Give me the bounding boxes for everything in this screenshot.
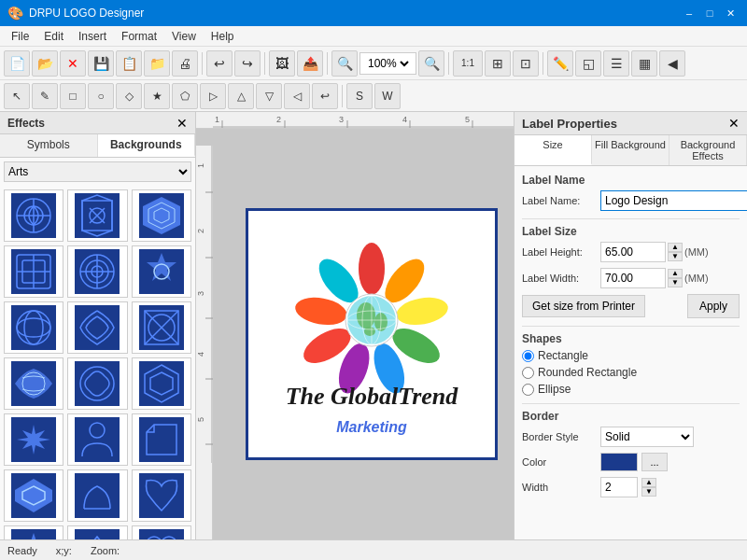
- tb-table[interactable]: ▦: [631, 50, 657, 77]
- tab-backgrounds[interactable]: Backgrounds: [98, 134, 196, 157]
- effect-item[interactable]: [67, 525, 127, 539]
- width-input[interactable]: [600, 268, 666, 288]
- tb-frame[interactable]: ◱: [575, 50, 601, 77]
- tab-background-effects[interactable]: Background Effects: [669, 135, 747, 165]
- tb-rect[interactable]: □: [60, 83, 86, 109]
- right-panel-close[interactable]: ✕: [728, 116, 740, 131]
- tb-zoom-in[interactable]: 🔍: [331, 50, 358, 77]
- tb-list[interactable]: ☰: [603, 50, 629, 77]
- shape-rounded-radio[interactable]: [522, 367, 534, 379]
- maximize-button[interactable]: □: [700, 5, 719, 21]
- border-title: Border: [522, 410, 740, 423]
- tb-export[interactable]: 📤: [297, 50, 323, 77]
- tb-back[interactable]: ◀: [659, 50, 685, 77]
- height-down[interactable]: ▼: [668, 252, 683, 261]
- menu-edit[interactable]: Edit: [36, 28, 71, 45]
- width-label: Label Width:: [522, 273, 597, 284]
- tb-folder[interactable]: 📁: [144, 50, 170, 77]
- tb-redo[interactable]: ↪: [234, 50, 261, 77]
- effect-item[interactable]: [67, 357, 127, 410]
- tb-tri-up[interactable]: △: [228, 83, 254, 109]
- tb-edit[interactable]: ✏️: [547, 50, 573, 77]
- label-size-title: Label Size: [522, 225, 740, 238]
- width-up[interactable]: ▲: [668, 269, 683, 278]
- tb-11[interactable]: 1:1: [453, 50, 483, 77]
- effect-item[interactable]: [4, 525, 63, 539]
- effect-item[interactable]: [132, 525, 191, 539]
- label-name-input[interactable]: [600, 190, 747, 211]
- shape-ellipse-radio[interactable]: [522, 384, 534, 396]
- border-color-swatch[interactable]: [600, 453, 638, 471]
- close-button[interactable]: ✕: [721, 5, 740, 21]
- tb-zoom-out[interactable]: 🔍: [418, 50, 444, 77]
- tab-size[interactable]: Size: [514, 135, 592, 165]
- tb-image[interactable]: 🖼: [269, 50, 295, 77]
- width-input-group: ▲ ▼ (MM): [600, 268, 709, 288]
- effect-item[interactable]: [132, 301, 191, 354]
- effects-close[interactable]: ✕: [176, 116, 188, 131]
- effect-item[interactable]: [132, 469, 191, 522]
- menu-format[interactable]: Format: [114, 28, 164, 45]
- tab-fill-background[interactable]: Fill Background: [592, 135, 669, 165]
- menu-file[interactable]: File: [4, 28, 36, 45]
- tb-symbol[interactable]: S: [346, 83, 373, 109]
- tb-new[interactable]: 📄: [4, 50, 30, 77]
- effect-item[interactable]: [132, 245, 191, 298]
- tb-draw[interactable]: ✎: [32, 83, 58, 109]
- menu-view[interactable]: View: [164, 28, 204, 45]
- tb-open[interactable]: 📂: [32, 50, 58, 77]
- effects-category-select[interactable]: Arts Nature Geometric Abstract: [4, 161, 191, 182]
- effect-item[interactable]: [67, 189, 127, 242]
- tb-copy[interactable]: 📋: [116, 50, 142, 77]
- tb-arrow-l[interactable]: ◁: [284, 83, 310, 109]
- height-up[interactable]: ▲: [668, 243, 683, 252]
- tab-symbols[interactable]: Symbols: [0, 134, 98, 157]
- border-width-down[interactable]: ▼: [641, 487, 656, 497]
- effect-item[interactable]: [4, 357, 63, 410]
- effect-item[interactable]: [132, 357, 191, 410]
- tb-curve[interactable]: ↩: [312, 83, 338, 109]
- effect-item[interactable]: [67, 301, 127, 354]
- zoom-select[interactable]: 100% 50% 150% 200%: [364, 56, 412, 71]
- menu-help[interactable]: Help: [204, 28, 242, 45]
- tb-undo[interactable]: ↩: [206, 50, 233, 77]
- tb-close[interactable]: ✕: [60, 50, 86, 77]
- tb-print[interactable]: 🖨: [172, 50, 198, 77]
- border-style-select[interactable]: Solid Dashed Dotted None: [600, 427, 694, 447]
- border-width-input[interactable]: [600, 477, 638, 497]
- effect-item[interactable]: [67, 469, 127, 522]
- effect-item[interactable]: [4, 413, 63, 466]
- right-panel-content: Label Name Label Name: Label Size Label …: [514, 166, 747, 539]
- tb-arrow-r[interactable]: ▷: [200, 83, 226, 109]
- tb-select[interactable]: ↖: [4, 83, 30, 109]
- svg-rect-35: [75, 361, 120, 406]
- tb-penta[interactable]: ⬠: [172, 83, 198, 109]
- apply-button[interactable]: Apply: [687, 294, 740, 318]
- tb-star[interactable]: ★: [144, 83, 170, 109]
- minimize-button[interactable]: –: [680, 5, 698, 21]
- effect-item[interactable]: [132, 413, 191, 466]
- tb-word[interactable]: W: [374, 83, 401, 109]
- border-color-pick-button[interactable]: ...: [641, 453, 668, 471]
- border-width-up[interactable]: ▲: [641, 478, 656, 487]
- border-color-row: Color ...: [522, 453, 740, 471]
- tb-tri-dn[interactable]: ▽: [256, 83, 282, 109]
- effect-item[interactable]: [4, 301, 63, 354]
- canvas-content[interactable]: The GlobalTrend Marketing: [230, 129, 514, 539]
- effect-item[interactable]: [67, 245, 127, 298]
- tb-save[interactable]: 💾: [88, 50, 114, 77]
- effect-item[interactable]: [4, 245, 63, 298]
- effect-item[interactable]: [67, 413, 127, 466]
- tb-diamond[interactable]: ◇: [116, 83, 142, 109]
- tb-circle[interactable]: ○: [88, 83, 114, 109]
- effect-item[interactable]: [4, 189, 63, 242]
- effect-item[interactable]: [4, 469, 63, 522]
- shape-rectangle-radio[interactable]: [522, 350, 534, 362]
- tb-grid1[interactable]: ⊞: [485, 50, 511, 77]
- get-size-button[interactable]: Get size from Printer: [522, 295, 645, 317]
- effect-item[interactable]: [132, 189, 191, 242]
- height-input[interactable]: [600, 242, 666, 262]
- width-down[interactable]: ▼: [668, 278, 683, 287]
- tb-grid2[interactable]: ⊡: [513, 50, 539, 77]
- menu-insert[interactable]: Insert: [71, 28, 114, 45]
